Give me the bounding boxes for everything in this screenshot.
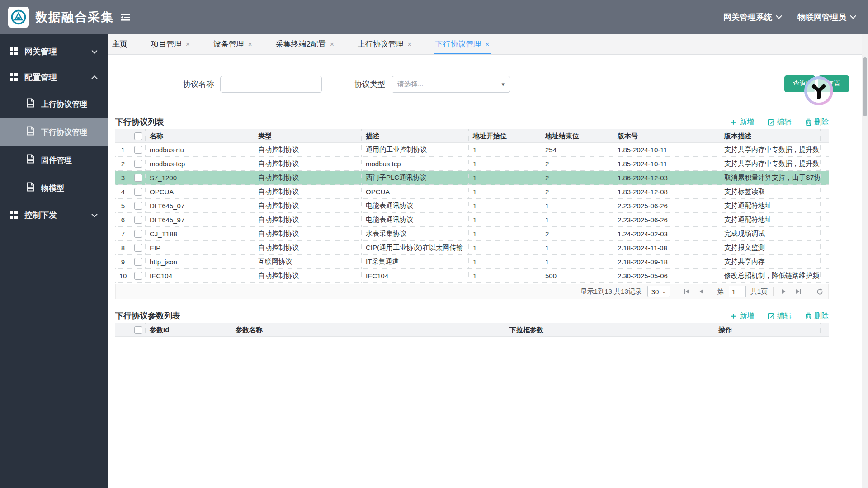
add-protocol-button[interactable]: ＋新增 — [729, 117, 754, 127]
sidebar-item-固件管理[interactable]: 固件管理 — [0, 146, 108, 174]
row-checkbox[interactable] — [134, 258, 142, 266]
current-page-input[interactable]: 1 — [729, 286, 746, 297]
sidebar-group-label: 配置管理 — [24, 72, 57, 83]
select-all-checkbox[interactable] — [134, 132, 142, 140]
row-checkbox[interactable] — [134, 230, 142, 238]
table-row[interactable]: 6DLT645_97自动控制协议电能表通讯协议112.23-2025-06-26… — [115, 213, 829, 227]
cell-type: 自动控制协议 — [254, 157, 362, 171]
delete-param-button[interactable]: 删除 — [805, 310, 829, 321]
table-row[interactable]: 3S7_1200自动控制协议西门子PLC通讯协议121.86-2024-12-0… — [115, 171, 829, 185]
table-row[interactable]: 10IEC104自动控制协议IEC10415002.30-2025-05-06修… — [115, 269, 829, 283]
tab-close-icon[interactable]: × — [248, 40, 252, 48]
cell-addr-start: 1 — [469, 227, 541, 241]
tab-label: 项目管理 — [151, 39, 182, 49]
pagination-summary: 显示1到13,共13记录 — [580, 287, 642, 296]
tab-close-icon[interactable]: × — [486, 40, 490, 48]
cell-spacer — [821, 269, 829, 283]
param-list-header: 下行协议参数列表 ＋新增 编辑 删除 — [115, 309, 829, 323]
refresh-button[interactable] — [815, 286, 825, 296]
tab-close-icon[interactable]: × — [330, 40, 334, 48]
pagination-bar: 显示1到13,共13记录 30 ⌄ 第 1 共1页 — [115, 284, 829, 299]
row-checkbox[interactable] — [134, 174, 142, 182]
last-page-button[interactable] — [793, 286, 803, 296]
delete-protocol-button[interactable]: 删除 — [805, 117, 829, 127]
row-checkbox[interactable] — [134, 160, 142, 168]
scrollbar-thumb[interactable] — [863, 57, 867, 116]
sidebar-item-物模型[interactable]: 物模型 — [0, 174, 108, 202]
sidebar-group-控制下发[interactable]: 控制下发 — [0, 202, 108, 228]
row-checkbox[interactable] — [134, 216, 142, 224]
tab-主页[interactable]: 主页 — [112, 34, 127, 54]
protocol-type-label: 协议类型 — [354, 79, 385, 89]
tab-下行协议管理[interactable]: 下行协议管理× — [435, 34, 490, 54]
row-index: 8 — [115, 241, 131, 255]
query-button[interactable]: 查询 — [784, 75, 815, 92]
table-row[interactable]: 4OPCUA自动控制协议OPCUA121.83-2024-12-08支持标签读取 — [115, 185, 829, 199]
reset-button[interactable]: 重置 — [818, 75, 849, 92]
document-icon — [26, 154, 35, 164]
cell-spacer — [821, 255, 829, 269]
sidebar-item-label: 固件管理 — [41, 155, 72, 165]
cell-name: DLT645_07 — [146, 199, 254, 213]
document-icon — [26, 126, 35, 138]
collapse-sidebar-icon[interactable] — [120, 13, 131, 22]
edit-protocol-button[interactable]: 编辑 — [768, 117, 792, 127]
prev-page-button[interactable] — [696, 286, 706, 296]
cell-desc: IT采集通道 — [362, 255, 469, 269]
tab-项目管理[interactable]: 项目管理× — [151, 34, 190, 54]
protocol-type-select[interactable]: 请选择... ▾ — [392, 76, 510, 93]
cell-version-desc: 支持通配符地址 — [720, 213, 821, 227]
protocol-name-input[interactable] — [220, 76, 322, 93]
system-dropdown-label: 网关管理系统 — [723, 12, 772, 23]
grid-icon — [10, 47, 18, 55]
tab-label: 上行协议管理 — [358, 39, 404, 49]
row-checkbox[interactable] — [134, 244, 142, 252]
table-row[interactable]: 7CJ_T188自动控制协议水表采集协议121.24-2024-02-03完成现… — [115, 227, 829, 241]
page-size-select[interactable]: 30 ⌄ — [647, 286, 670, 297]
header-checkbox-cell — [131, 129, 146, 143]
page-size-value: 30 — [651, 288, 659, 296]
document-icon — [26, 126, 35, 136]
first-page-button[interactable] — [682, 286, 692, 296]
col-version-desc: 版本描述 — [720, 129, 821, 143]
cell-version: 1.86-2024-12-03 — [613, 171, 720, 185]
row-checkbox[interactable] — [134, 202, 142, 210]
sidebar-group-label: 控制下发 — [24, 210, 57, 221]
tab-label: 设备管理 — [213, 39, 244, 49]
tab-close-icon[interactable]: × — [186, 40, 190, 48]
tab-采集终端2配置[interactable]: 采集终端2配置× — [276, 34, 334, 54]
document-icon — [26, 98, 35, 108]
add-param-button[interactable]: ＋新增 — [729, 310, 754, 321]
sidebar-item-上行协议管理[interactable]: 上行协议管理 — [0, 90, 108, 118]
sidebar-group-网关管理[interactable]: 网关管理 — [0, 38, 108, 64]
cell-type: 自动控制协议 — [254, 199, 362, 213]
table-row[interactable]: 2modbus-tcp自动控制协议modbus tcp121.85-2024-1… — [115, 157, 829, 171]
user-dropdown[interactable]: 物联网管理员 — [797, 12, 856, 23]
sidebar-item-下行协议管理[interactable]: 下行协议管理 — [0, 118, 108, 146]
protocol-table-header-row: 名称 类型 描述 地址开始位 地址结束位 版本号 版本描述 — [115, 129, 829, 143]
tab-设备管理[interactable]: 设备管理× — [213, 34, 252, 54]
table-row[interactable]: 1modbus-rtu自动控制协议通用的工业控制协议12541.85-2024-… — [115, 143, 829, 157]
table-row[interactable]: 5DLT645_07自动控制协议电能表通讯协议112.23-2025-06-26… — [115, 199, 829, 213]
select-caret-icon: ⌄ — [662, 289, 666, 295]
row-checkbox[interactable] — [134, 188, 142, 196]
cell-spacer — [821, 241, 829, 255]
sidebar-group-配置管理[interactable]: 配置管理 — [0, 64, 108, 90]
cell-spacer — [821, 185, 829, 199]
chevron-up-icon — [91, 75, 98, 80]
tab-close-icon[interactable]: × — [408, 40, 412, 48]
plus-icon: ＋ — [729, 310, 737, 321]
select-all-checkbox[interactable] — [134, 326, 142, 334]
edit-param-button[interactable]: 编辑 — [768, 310, 792, 321]
next-page-button[interactable] — [779, 286, 789, 296]
cell-name: OPCUA — [146, 185, 254, 199]
tab-上行协议管理[interactable]: 上行协议管理× — [358, 34, 412, 54]
table-row[interactable]: 8EIP自动控制协议CIP(通用工业协议)在以太网传输112.18-2024-1… — [115, 241, 829, 255]
table-row[interactable]: 9http_json互联网协议IT采集通道112.18-2024-09-18支持… — [115, 255, 829, 269]
row-checkbox[interactable] — [134, 272, 142, 280]
row-checkbox-cell — [131, 171, 146, 185]
system-dropdown[interactable]: 网关管理系统 — [723, 12, 782, 23]
cell-version: 2.30-2025-05-06 — [613, 269, 720, 283]
row-checkbox[interactable] — [134, 146, 142, 154]
cell-desc: 水表采集协议 — [362, 227, 469, 241]
